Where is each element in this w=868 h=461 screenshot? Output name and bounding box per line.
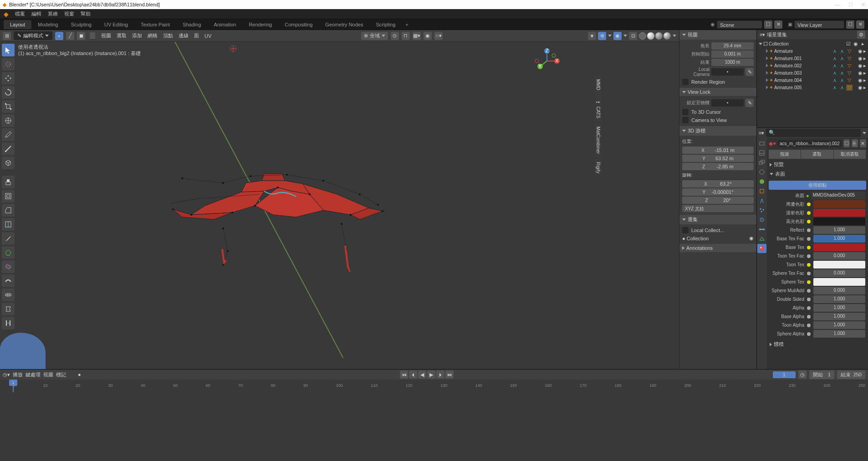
viewport-canvas[interactable]: 使用者透視法 (1) acs_m_ribbon_big2 (Instance) … [0,42,679,369]
disable-icon[interactable]: ▸ [863,77,866,83]
eye-icon[interactable]: ◉ [858,48,863,54]
shader-field[interactable]: MMDShaderDev.005 [811,192,865,199]
tab-modeling[interactable]: Modeling [31,20,65,29]
tree-armature-row[interactable]: ✦ Armature.001 ⋏ ⋏ ▽ ◉ ▸ [758,55,867,62]
snap-button[interactable]: ⊓ [402,32,410,40]
proportional-button[interactable]: ◉ [424,32,432,40]
material-breadcrumb[interactable]: acs_m_ribbon...Instance).002 [778,140,842,147]
minimize-button[interactable]: — [835,2,840,8]
socket-icon[interactable] [807,254,811,258]
param-value-field[interactable] [813,261,865,268]
eye-icon[interactable]: ◉ [858,63,863,69]
tree-armature-row[interactable]: ✦ Armature ⋏ ⋏ ▽ ◉ ▸ [758,47,867,55]
tl-menu-keying[interactable]: 鍵處理 [26,371,41,378]
pose-icon-2[interactable]: ⋏ [839,85,845,91]
eye-icon[interactable]: ◉ [853,41,859,47]
eye-icon[interactable]: ◉ [858,70,863,76]
face-select-button[interactable]: ◼ [77,32,85,40]
loopcut-tool[interactable] [2,218,15,231]
rendered-shading-button[interactable] [664,32,671,40]
eye-icon[interactable]: ◉ [858,56,863,61]
socket-icon[interactable] [807,332,811,336]
render-region-checkbox[interactable] [682,79,689,85]
param-value-field[interactable]: 1.000 [813,321,865,329]
volume-header[interactable]: 體積 [767,339,868,349]
npanel-view-header[interactable]: 視圖 [679,30,756,40]
use-nodes-button[interactable]: 使用節點 [769,181,866,190]
vp-menu-select[interactable]: 選取 [115,32,128,39]
cam-to-view-checkbox[interactable] [682,117,689,123]
tree-armature-row[interactable]: ✦ Armature.002 ⋏ ⋏ ▽ ◉ ▸ [758,62,867,69]
editor-type-icon[interactable]: ◷▾ [3,372,10,378]
pose-icon-2[interactable]: ⋏ [839,77,845,83]
knife-tool[interactable] [2,232,15,245]
param-value-field[interactable]: 1.000 [813,295,865,303]
pose-icon[interactable]: ⋏ [832,77,838,83]
socket-icon[interactable] [807,220,811,223]
pose-icon-2[interactable]: ⋏ [839,70,845,76]
restrict-icon[interactable]: ▽ [846,56,853,61]
matpreview-shading-button[interactable] [655,32,663,40]
tree-collection-row[interactable]: ☐ Collection ☑◉▸ [758,40,867,47]
vp-menu-view[interactable]: 視圖 [100,32,112,39]
tab-shading[interactable]: Shading [176,20,207,29]
tree-armature-row[interactable]: ✦ Armature.004 ⋏ ⋏ ▽ ◉ ▸ [758,76,867,84]
eyedropper-icon[interactable]: ✎ [745,99,754,107]
tab-texturepaint[interactable]: Texture Paint [134,20,176,29]
proptab-viewlayer[interactable] [757,158,766,167]
eye-icon[interactable]: ◉ [749,235,754,241]
keyframe-next-button[interactable]: ⏵ [436,370,444,379]
extrude-tool[interactable] [2,176,15,188]
npanel-annotations-header[interactable]: Annotations [679,244,756,252]
pose-icon[interactable]: ⋏ [832,48,838,54]
expand-icon[interactable] [766,56,768,60]
expand-icon[interactable] [766,49,768,53]
timeline-track[interactable]: 1 01020304050607080901001101201301401501… [0,380,868,392]
tab-rendering[interactable]: Rendering [242,20,278,29]
play-reverse-button[interactable]: ◀ [418,370,426,379]
autokey-button[interactable]: ● [78,372,81,377]
proptab-render[interactable] [757,139,766,148]
exclude-checkbox[interactable]: ☑ [845,41,852,47]
deselect-button[interactable]: 取消選取 [834,150,866,159]
expand-icon[interactable] [766,71,768,75]
to-3dcursor-checkbox[interactable] [682,109,689,115]
param-value-field[interactable] [813,278,865,286]
eye-icon[interactable]: ◉ [858,85,863,91]
tl-menu-view[interactable]: 視圖 [43,371,53,378]
param-value-field[interactable]: 1.000 [813,304,865,312]
proptab-constraints[interactable] [757,225,766,234]
mesh-filter-button[interactable]: ▼ [588,32,596,40]
npanel-cursor-header[interactable]: 3D 游標 [679,126,756,136]
material-unlink-button[interactable]: ✕ [860,139,866,147]
npanel-viewlock-header[interactable]: View Lock [679,88,756,96]
smooth-tool[interactable] [2,274,15,287]
blender-icon[interactable]: ◆ [4,10,9,18]
cursor-x-field[interactable]: X -15.01 m [682,147,754,154]
scene-selector[interactable]: Scene [717,20,762,29]
filter-button[interactable]: ⚙ [857,30,865,39]
keyframe-prev-button[interactable]: ⏴ [409,370,417,379]
expand-icon[interactable] [766,64,768,67]
solid-shading-button[interactable] [647,32,654,40]
pivot-button[interactable]: ⊙ [391,32,399,40]
socket-icon[interactable] [807,315,811,319]
socket-icon[interactable] [807,263,811,267]
disable-icon[interactable]: ▸ [863,70,866,76]
spin-tool[interactable] [2,260,15,273]
vp-menu-vertex[interactable]: 頂點 [162,32,174,39]
scale-tool[interactable] [2,100,15,113]
menu-edit[interactable]: 編輯 [31,10,41,17]
restrict-icon[interactable]: ▽ [846,63,853,69]
eye-icon[interactable]: ◉ [858,77,863,83]
expand-icon[interactable] [766,78,768,82]
pose-icon[interactable]: ⋏ [832,56,838,61]
props-type-icon[interactable]: ≡▾ [759,130,764,136]
restrict-icon[interactable]: ▽ [846,48,853,54]
material-copy-button[interactable]: ⎘ [852,139,858,147]
edge-select-button[interactable]: ╱ [66,32,74,40]
snap-type-button[interactable]: ▦▾ [413,32,421,40]
socket-icon[interactable] [807,272,811,275]
param-value-field[interactable] [813,243,865,251]
pose-icon[interactable]: ⋏ [832,85,838,91]
